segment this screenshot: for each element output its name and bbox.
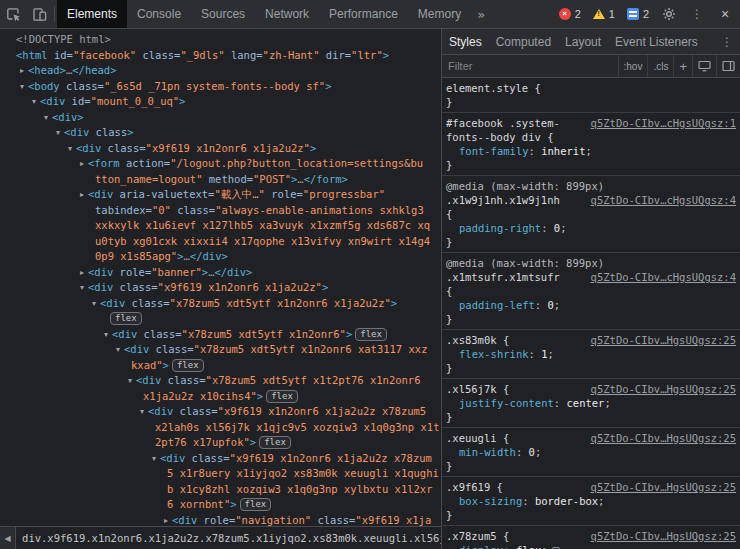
css-property-name[interactable]: box-sizing bbox=[459, 495, 522, 507]
stylesheet-source-link[interactable]: q5ZtDo-CIbv…HgsUQgsz:25 bbox=[591, 382, 736, 396]
css-property[interactable]: padding-right: 0; bbox=[446, 221, 736, 235]
settings-button[interactable] bbox=[656, 7, 682, 21]
expand-arrow-icon[interactable]: ▸ bbox=[77, 156, 87, 172]
dom-tree-line[interactable]: ▾<div> bbox=[0, 110, 441, 126]
tab-sources[interactable]: Sources bbox=[191, 0, 255, 28]
dom-tree-line[interactable]: <!DOCTYPE html> bbox=[0, 32, 441, 48]
collapse-arrow-icon[interactable]: ▾ bbox=[17, 79, 27, 95]
tab-elements[interactable]: Elements bbox=[57, 0, 127, 28]
dom-tree-line[interactable]: ▾<div class="x9f619 x1n2onr6 x1ja2u2z"> bbox=[0, 280, 441, 296]
css-property[interactable]: font-family: inherit; bbox=[446, 144, 736, 158]
tab-event-listeners[interactable]: Event Listeners bbox=[608, 29, 705, 54]
dom-tree-line[interactable]: 0p9 x1s85apg">…</div> bbox=[0, 249, 441, 265]
css-property-name[interactable]: flex-shrink bbox=[459, 348, 529, 360]
dom-tree-line[interactable]: ▸<div role="navigation" class="x9f619 x1… bbox=[0, 513, 441, 527]
css-property[interactable]: box-sizing: border-box; bbox=[446, 494, 736, 508]
breadcrumb-scroll-left-button[interactable]: ◀ bbox=[0, 527, 16, 549]
stylesheet-source-link[interactable]: q5ZtDo-CIbv…HgsUQgsz:25 bbox=[591, 431, 736, 445]
flex-badge[interactable]: flex bbox=[259, 436, 291, 449]
styles-more-menu-button[interactable]: ⋮ bbox=[714, 29, 740, 54]
css-property[interactable]: display: flex;⊞ bbox=[446, 543, 736, 549]
styles-filter-input[interactable] bbox=[442, 60, 618, 72]
dom-tree-line[interactable]: ▾<div class="x78zum5 xdt5ytf x1n2onr6 x1… bbox=[0, 296, 441, 312]
error-status[interactable]: × 2 bbox=[554, 8, 586, 20]
css-property-name[interactable]: padding-left bbox=[459, 299, 535, 311]
dom-tree-line[interactable]: ▾<div class="x78zum5 xdt5ytf x1n2onr6">f… bbox=[0, 327, 441, 343]
dom-tree-line[interactable]: flex bbox=[0, 311, 441, 327]
rendering-emulations-button[interactable] bbox=[692, 55, 716, 77]
dom-tree-line[interactable]: ▸<head>…</head> bbox=[0, 63, 441, 79]
dom-tree-line[interactable]: ▸<form action="/logout.php?button_locati… bbox=[0, 156, 441, 172]
close-devtools-button[interactable]: × bbox=[712, 6, 738, 22]
dom-tree-line[interactable]: b x1cy8zhl xozqiw3 x1q0g3np xylbxtu x1l2… bbox=[0, 482, 441, 498]
collapse-arrow-icon[interactable]: ▾ bbox=[53, 125, 63, 141]
css-property[interactable]: padding-left: 0; bbox=[446, 298, 736, 312]
tab-performance[interactable]: Performance bbox=[319, 0, 408, 28]
stylesheet-source-link[interactable]: q5ZtDo-CIbv…HgsUQgsz:25 bbox=[591, 529, 736, 543]
collapse-arrow-icon[interactable]: ▾ bbox=[113, 342, 123, 358]
collapse-arrow-icon[interactable]: ▾ bbox=[149, 451, 159, 467]
tab-network[interactable]: Network bbox=[255, 0, 319, 28]
flex-badge[interactable]: flex bbox=[172, 359, 204, 372]
collapse-arrow-icon[interactable]: ▾ bbox=[125, 373, 135, 389]
css-property-name[interactable]: display bbox=[459, 544, 503, 549]
collapse-arrow-icon[interactable]: ▾ bbox=[29, 94, 39, 110]
tab-memory[interactable]: Memory bbox=[408, 0, 471, 28]
dom-tree-line[interactable]: x1ja2u2z x10cihs4">flex bbox=[0, 389, 441, 405]
tab-computed[interactable]: Computed bbox=[489, 29, 558, 54]
collapse-arrow-icon[interactable]: ▾ bbox=[65, 141, 75, 157]
dom-tree-line[interactable]: ▾<div class> bbox=[0, 125, 441, 141]
stylesheet-source-link[interactable]: q5ZtDo-CIbv…HgsUQgsz:25 bbox=[591, 333, 736, 347]
dom-tree-line[interactable]: xxkxylk x1u6ievf x127lhb5 xa3vuyk x1xzmf… bbox=[0, 218, 441, 234]
css-property-value[interactable]: inherit bbox=[541, 145, 585, 157]
tab-console[interactable]: Console bbox=[127, 0, 191, 28]
dom-tree-line[interactable]: ▾<body class="_6s5d _71pn system-fonts--… bbox=[0, 79, 441, 95]
css-property-name[interactable]: justify-content bbox=[459, 397, 554, 409]
collapse-arrow-icon[interactable]: ▾ bbox=[101, 327, 111, 343]
flex-badge[interactable]: flex bbox=[240, 498, 272, 511]
dom-tree-line[interactable]: kxad">flex bbox=[0, 358, 441, 374]
main-menu-button[interactable]: ⋮ bbox=[684, 7, 710, 21]
toggle-pseudo-classes-button[interactable]: :hov bbox=[618, 55, 648, 77]
expand-arrow-icon[interactable]: ▸ bbox=[77, 265, 87, 281]
css-property-name[interactable]: min-width bbox=[459, 446, 516, 458]
css-property[interactable]: flex-shrink: 1; bbox=[446, 347, 736, 361]
warning-status[interactable]: ! 1 bbox=[588, 8, 620, 20]
flex-badge[interactable]: flex bbox=[266, 390, 298, 403]
css-property[interactable]: justify-content: center; bbox=[446, 396, 736, 410]
css-property-name[interactable]: font-family bbox=[459, 145, 529, 157]
collapse-arrow-icon[interactable]: ▾ bbox=[41, 110, 51, 126]
device-toolbar-button[interactable] bbox=[26, 0, 52, 28]
dom-tree-line[interactable]: ▾<div id="mount_0_0_uq"> bbox=[0, 94, 441, 110]
more-tabs-button[interactable]: » bbox=[471, 0, 491, 28]
dom-tree-line[interactable]: ▾<div class="x9f619 x1n2onr6 x1ja2u2z"> bbox=[0, 141, 441, 157]
dom-tree-line[interactable]: tton_name=logout" method="POST">…</form> bbox=[0, 172, 441, 188]
dom-tree-line[interactable]: ▸<div aria-valuetext="載入中…" role="progre… bbox=[0, 187, 441, 203]
new-style-rule-button[interactable]: + bbox=[673, 55, 692, 77]
dom-tree-line[interactable]: <html id="facebook" class="_9dls" lang="… bbox=[0, 48, 441, 64]
css-property-value[interactable]: flex bbox=[516, 544, 541, 549]
stylesheet-source-link[interactable]: q5ZtDo-CIbv…cHgsUQgsz:1 bbox=[591, 116, 736, 130]
css-property[interactable]: min-width: 0; bbox=[446, 445, 736, 459]
dom-tree-line[interactable]: ▸<div role="banner">…</div> bbox=[0, 265, 441, 281]
flex-badge[interactable]: flex bbox=[355, 328, 387, 341]
toggle-element-classes-button[interactable]: .cls bbox=[647, 55, 673, 77]
dom-tree-line[interactable]: 2pt76 x17upfok">flex bbox=[0, 435, 441, 451]
issues-status[interactable]: 2 bbox=[622, 8, 654, 20]
flex-editor-icon[interactable]: ⊞ bbox=[552, 545, 560, 549]
collapse-arrow-icon[interactable]: ▾ bbox=[89, 296, 99, 312]
collapse-arrow-icon[interactable]: ▾ bbox=[137, 404, 147, 420]
dom-tree-line[interactable]: x2lah0s xl56j7k x1qjc9v5 xozqiw3 x1q0g3n… bbox=[0, 420, 441, 436]
stylesheet-source-link[interactable]: q5ZtDo-CIbv…cHgsUQgsz:4 bbox=[591, 270, 736, 284]
css-property-name[interactable]: padding-right bbox=[459, 222, 541, 234]
breadcrumb-item[interactable]: div.x9f619.x1n2onr6.x1ja2u2z.x78zum5.x1i… bbox=[16, 532, 441, 544]
tab-layout[interactable]: Layout bbox=[558, 29, 608, 54]
css-property-value[interactable]: center bbox=[566, 397, 604, 409]
expand-arrow-icon[interactable]: ▸ bbox=[17, 63, 27, 79]
tab-styles[interactable]: Styles bbox=[442, 29, 489, 54]
flex-badge[interactable]: flex bbox=[110, 312, 142, 325]
dom-tree-line[interactable]: u0tyb xg01cxk xixxii4 x17qophe x13vifvy … bbox=[0, 234, 441, 250]
collapse-arrow-icon[interactable]: ▾ bbox=[77, 280, 87, 296]
stylesheet-source-link[interactable]: q5ZtDo-CIbv…HgsUQgsz:25 bbox=[591, 480, 736, 494]
dom-tree-line[interactable]: 6 xornbnt">flex bbox=[0, 497, 441, 513]
